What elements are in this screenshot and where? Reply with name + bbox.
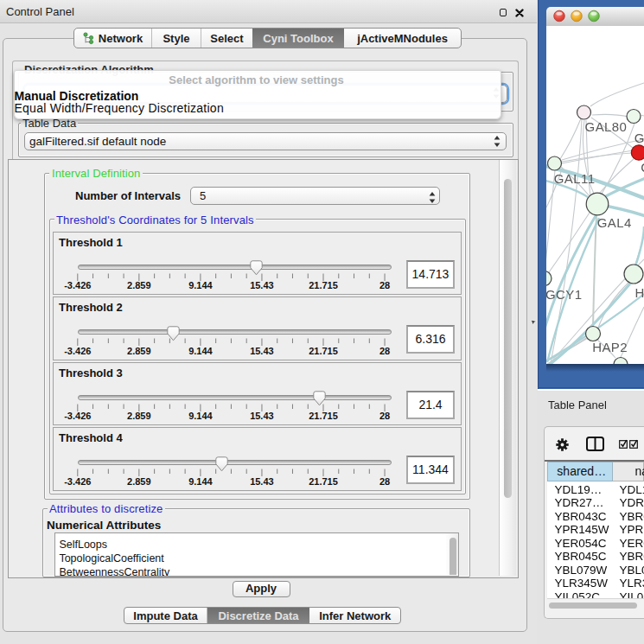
svg-text:G: G — [641, 160, 644, 175]
svg-text:GAL80: GAL80 — [585, 119, 628, 134]
svg-text:HAP2: HAP2 — [592, 340, 628, 354]
svg-text:H: H — [635, 285, 644, 300]
svg-text:GCY1: GCY1 — [546, 287, 582, 302]
svg-text:GA: GA — [634, 131, 644, 145]
svg-text:GAL4: GAL4 — [597, 215, 632, 230]
svg-text:GAL11: GAL11 — [554, 171, 596, 186]
